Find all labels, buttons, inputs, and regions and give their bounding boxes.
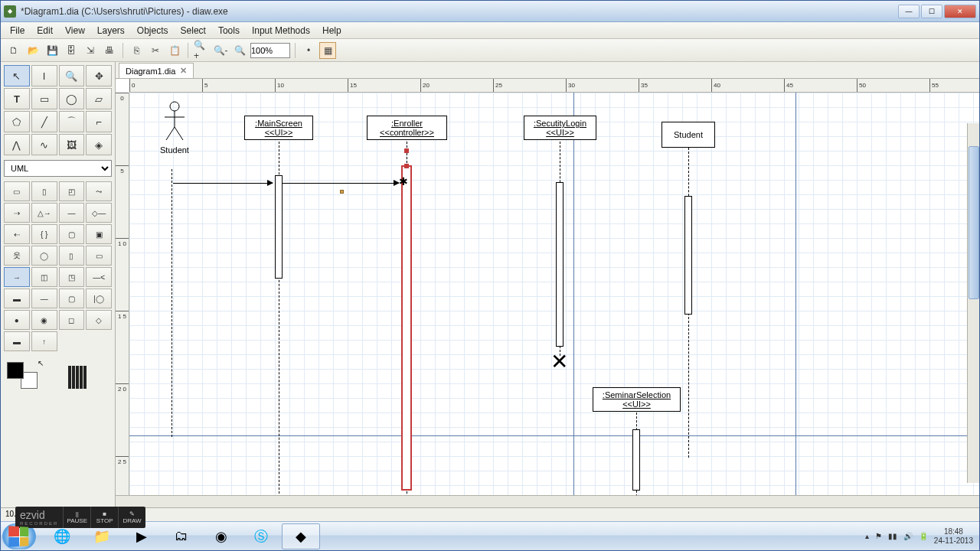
scroll-tool[interactable]: ✥ [86, 65, 112, 86]
uml-message[interactable]: → [4, 267, 30, 287]
menu-tools[interactable]: Tools [212, 23, 246, 38]
menu-edit[interactable]: Edit [31, 23, 59, 38]
tray-volume-icon[interactable]: 🔊 [903, 532, 913, 540]
uml-component[interactable]: ◫ [31, 267, 57, 287]
uml-classicon[interactable]: —< [86, 267, 112, 287]
line-tool[interactable]: ╱ [31, 111, 57, 132]
menu-view[interactable]: View [59, 23, 91, 38]
box-tool[interactable]: ▭ [31, 88, 57, 109]
polygon-tool[interactable]: ▱ [86, 88, 112, 109]
bezier-tool[interactable]: ∿ [31, 134, 57, 155]
uml-activity[interactable]: ▢ [59, 289, 85, 308]
tray-flag-icon[interactable]: ⚑ [875, 532, 882, 540]
task-chrome[interactable]: ◉ [202, 523, 240, 549]
zoom-in-button[interactable]: 🔍+ [193, 42, 210, 59]
tray-network-icon[interactable]: ▮▮ [888, 532, 897, 540]
print-button[interactable]: 🖶 [101, 42, 118, 59]
zoom-select[interactable] [250, 43, 290, 58]
uml-bar[interactable]: ▬ [4, 331, 30, 351]
uml-initial[interactable]: ● [4, 310, 30, 330]
uml-fork[interactable]: |◯ [86, 289, 112, 308]
swap-colors-icon[interactable]: ↖ [38, 359, 44, 367]
uml-branch[interactable]: — [31, 289, 57, 308]
magnify-tool[interactable]: 🔍 [59, 65, 85, 86]
menu-layers[interactable]: Layers [91, 23, 131, 38]
pointer-tool[interactable]: ↖ [4, 65, 30, 86]
export-button[interactable]: ⇲ [82, 42, 99, 59]
uml-arrow-up[interactable]: ↑ [31, 331, 57, 351]
uml-association[interactable]: — [59, 203, 85, 223]
uml-realizes[interactable]: ⇢ [4, 203, 30, 223]
task-skype[interactable]: Ⓢ [242, 523, 280, 549]
task-dia[interactable]: ◆ [282, 523, 320, 549]
copy-button[interactable]: ⎘ [128, 42, 145, 59]
save-as-button[interactable]: 🗄 [63, 42, 80, 59]
image-tool[interactable]: 🖼 [59, 134, 85, 155]
uml-constraint[interactable]: { } [31, 224, 57, 244]
uml-object-seminarselection[interactable]: :SeminarSelection <<UI>> [593, 387, 681, 412]
menu-help[interactable]: Help [316, 23, 348, 38]
activation-enroller-selected[interactable] [401, 165, 412, 491]
uml-object-enroller[interactable]: :Enroller <<controller>> [367, 116, 447, 140]
zoom-out-button[interactable]: 🔍- [212, 42, 229, 59]
uml-final[interactable]: ◉ [31, 310, 57, 330]
menu-input-methods[interactable]: Input Methods [246, 23, 316, 38]
message-handle[interactable] [340, 190, 344, 194]
uml-class[interactable]: ▭ [4, 181, 30, 201]
snap-grid-button[interactable]: ▦ [319, 42, 336, 59]
uml-generalization[interactable]: △→ [31, 203, 57, 223]
uml-receptacle[interactable]: ◇ [86, 310, 112, 330]
uml-object-mainscreen[interactable]: :MainScreen <<UI>> [244, 116, 313, 140]
new-button[interactable]: 🗋 [5, 42, 22, 59]
activation-security[interactable] [556, 182, 564, 347]
message-arrow-2[interactable] [283, 183, 399, 184]
canvas[interactable]: Student :MainScreen <<UI>> :Enroller <<c… [129, 93, 979, 495]
beziergon-tool[interactable]: ⬠ [4, 111, 30, 132]
open-button[interactable]: 📂 [24, 42, 41, 59]
uml-lifeline[interactable]: ▯ [59, 246, 85, 266]
polyline-tool[interactable]: ⋀ [4, 134, 30, 155]
uml-transition[interactable]: ◻ [59, 310, 85, 330]
lifeline-actor[interactable] [172, 169, 172, 437]
outline-tool[interactable]: ◈ [86, 134, 112, 155]
uml-note[interactable]: ◰ [59, 181, 85, 201]
arc-tool[interactable]: ⌒ [59, 111, 85, 132]
tab-diagram1[interactable]: Diagram1.dia ✕ [119, 63, 194, 78]
activation-mainscreen[interactable] [275, 175, 283, 279]
recorder-pause-button[interactable]: ||PAUSE [63, 507, 90, 528]
sheet-select[interactable]: UML [4, 160, 112, 177]
paste-button[interactable]: 📋 [166, 42, 183, 59]
uml-aggregation[interactable]: ◇— [86, 203, 112, 223]
menu-file[interactable]: File [4, 23, 31, 38]
message-arrow-1[interactable] [173, 183, 273, 184]
save-button[interactable]: 💾 [44, 42, 60, 59]
tray-arrow-icon[interactable]: ▴ [865, 532, 869, 540]
tray-clock[interactable]: 18:48 24-11-2013 [934, 527, 973, 546]
line-pattern[interactable] [68, 366, 87, 389]
recorder-draw-button[interactable]: ✎DRAW [118, 507, 145, 528]
activation-student[interactable] [684, 196, 692, 315]
uml-usecase[interactable]: ◯ [31, 246, 57, 266]
scrollbar-vertical[interactable] [967, 123, 979, 483]
uml-dependency[interactable]: ⤳ [86, 181, 112, 201]
zigzag-tool[interactable]: ⌐ [86, 111, 112, 132]
text-edit-tool[interactable]: I [31, 65, 57, 86]
maximize-button[interactable]: ☐ [921, 5, 942, 18]
snap-dot-button[interactable]: • [300, 42, 317, 59]
uml-actor[interactable]: 웃 [4, 246, 30, 266]
uml-object-securitylogin[interactable]: :SecutityLogin <<UI>> [524, 116, 596, 140]
uml-node[interactable]: ◳ [59, 267, 85, 287]
uml-state[interactable]: ▬ [4, 289, 30, 308]
fg-color[interactable] [7, 362, 24, 379]
zoom-fit-button[interactable]: 🔍 [231, 42, 248, 59]
minimize-button[interactable]: — [898, 5, 920, 18]
task-folder[interactable]: 🗂 [162, 523, 201, 549]
uml-object-student[interactable]: Student [662, 122, 715, 148]
scrollbar-horizontal[interactable] [116, 495, 979, 507]
uml-smallpackage[interactable]: ▢ [59, 224, 85, 244]
destroy-marker[interactable]: ✕ [550, 349, 568, 374]
menu-objects[interactable]: Objects [131, 23, 175, 38]
text-tool[interactable]: T [4, 88, 30, 109]
uml-template[interactable]: ▯ [31, 181, 57, 201]
uml-object[interactable]: ▭ [86, 246, 112, 266]
